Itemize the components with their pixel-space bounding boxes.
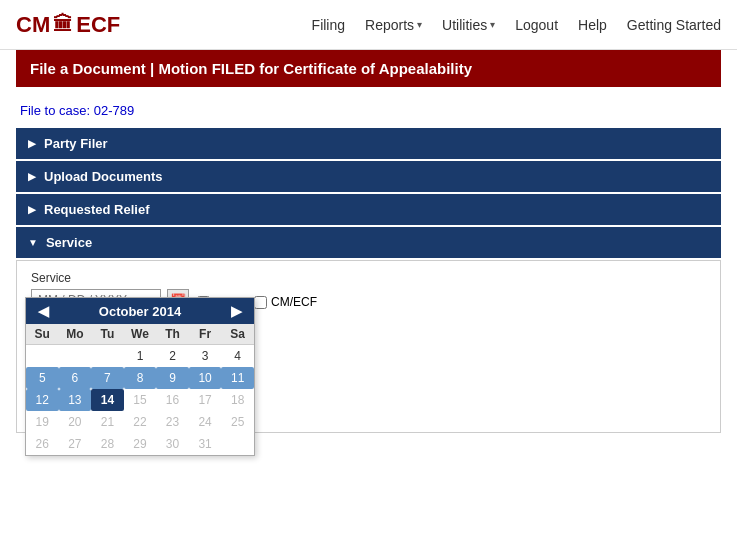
calendar-day[interactable]: 4 (221, 345, 254, 368)
weekday-mo: Mo (59, 324, 92, 345)
requested-relief-header[interactable]: ▶ Requested Relief (16, 194, 721, 225)
service-body: Service 📅 Email CM/ECF (16, 260, 721, 433)
case-label: File to case: (20, 103, 90, 118)
cmecf-checkbox[interactable] (254, 296, 267, 309)
case-number: 02-789 (94, 103, 134, 118)
calendar-day: 28 (91, 433, 124, 455)
calendar-grid: Su Mo Tu We Th Fr Sa 1234567891011121314… (26, 324, 254, 455)
calendar-day: 21 (91, 411, 124, 433)
calendar-day: 22 (124, 411, 157, 433)
utilities-chevron-icon: ▾ (490, 19, 495, 30)
cmecf-option: CM/ECF (254, 295, 317, 309)
weekday-we: We (124, 324, 157, 345)
calendar-week-row: 1234 (26, 345, 254, 368)
logo-cm-text: CM (16, 12, 50, 38)
calendar-weekday-row: Su Mo Tu We Th Fr Sa (26, 324, 254, 345)
calendar-header: ◀ October 2014 ▶ (26, 298, 254, 324)
nav-reports-dropdown[interactable]: Reports ▾ (365, 17, 422, 33)
party-filer-label: Party Filer (44, 136, 108, 151)
calendar-day[interactable]: 14 (91, 389, 124, 411)
calendar-day (59, 345, 92, 368)
calendar-day[interactable]: 11 (221, 367, 254, 389)
calendar-day (26, 345, 59, 368)
weekday-fr: Fr (189, 324, 222, 345)
service-label: Service (46, 235, 92, 250)
calendar-next-button[interactable]: ▶ (227, 303, 246, 319)
nav-logout[interactable]: Logout (515, 17, 558, 33)
calendar-day[interactable]: 3 (189, 345, 222, 368)
nav-help[interactable]: Help (578, 17, 607, 33)
calendar-day: 16 (156, 389, 189, 411)
party-filer-arrow-icon: ▶ (28, 138, 36, 149)
calendar-month-year: October 2014 (99, 304, 181, 319)
calendar-week-row: 12131415161718 (26, 389, 254, 411)
calendar-day: 30 (156, 433, 189, 455)
service-arrow-icon: ▼ (28, 237, 38, 248)
calendar-day[interactable]: 1 (124, 345, 157, 368)
upload-documents-section: ▶ Upload Documents (16, 161, 721, 192)
calendar-day[interactable]: 6 (59, 367, 92, 389)
party-filer-header[interactable]: ▶ Party Filer (16, 128, 721, 159)
requested-relief-section: ▶ Requested Relief (16, 194, 721, 225)
calendar-day: 23 (156, 411, 189, 433)
calendar-day: 18 (221, 389, 254, 411)
calendar-day: 24 (189, 411, 222, 433)
main-content: File a Document | Motion FILED for Certi… (0, 50, 737, 451)
weekday-sa: Sa (221, 324, 254, 345)
nav-utilities-dropdown[interactable]: Utilities ▾ (442, 17, 495, 33)
calendar-day: 26 (26, 433, 59, 455)
calendar-week-row: 262728293031 (26, 433, 254, 455)
weekday-th: Th (156, 324, 189, 345)
calendar-day: 15 (124, 389, 157, 411)
logo-ecf-text: ECF (76, 12, 120, 38)
calendar-day[interactable]: 13 (59, 389, 92, 411)
service-header[interactable]: ▼ Service (16, 227, 721, 258)
calendar-day (91, 345, 124, 368)
service-field-label: Service (31, 271, 706, 285)
calendar-popup: ◀ October 2014 ▶ Su Mo Tu We Th Fr Sa (25, 297, 255, 456)
calendar-day: 31 (189, 433, 222, 455)
calendar-day[interactable]: 5 (26, 367, 59, 389)
calendar-prev-button[interactable]: ◀ (34, 303, 53, 319)
party-filer-section: ▶ Party Filer (16, 128, 721, 159)
weekday-tu: Tu (91, 324, 124, 345)
calendar-day (221, 433, 254, 455)
upload-documents-arrow-icon: ▶ (28, 171, 36, 182)
calendar-day[interactable]: 7 (91, 367, 124, 389)
calendar-day[interactable]: 9 (156, 367, 189, 389)
weekday-su: Su (26, 324, 59, 345)
calendar-day: 25 (221, 411, 254, 433)
calendar-day: 27 (59, 433, 92, 455)
nav-reports-label: Reports (365, 17, 414, 33)
reports-chevron-icon: ▾ (417, 19, 422, 30)
calendar-day[interactable]: 10 (189, 367, 222, 389)
logo-icon: 🏛 (53, 13, 73, 36)
requested-relief-label: Requested Relief (44, 202, 149, 217)
header: CM 🏛 ECF Filing Reports ▾ Utilities ▾ Lo… (0, 0, 737, 50)
case-info: File to case: 02-789 (16, 97, 721, 128)
upload-documents-header[interactable]: ▶ Upload Documents (16, 161, 721, 192)
nav-getting-started[interactable]: Getting Started (627, 17, 721, 33)
cmecf-label: CM/ECF (271, 295, 317, 309)
logo: CM 🏛 ECF (16, 12, 120, 38)
nav-filing[interactable]: Filing (312, 17, 345, 33)
calendar-day[interactable]: 12 (26, 389, 59, 411)
calendar-day: 29 (124, 433, 157, 455)
nav-utilities-label: Utilities (442, 17, 487, 33)
calendar-week-row: 19202122232425 (26, 411, 254, 433)
page-title: File a Document | Motion FILED for Certi… (16, 50, 721, 87)
calendar-day: 20 (59, 411, 92, 433)
calendar-day[interactable]: 8 (124, 367, 157, 389)
main-nav: Filing Reports ▾ Utilities ▾ Logout Help… (312, 17, 721, 33)
calendar-day[interactable]: 2 (156, 345, 189, 368)
calendar-day: 17 (189, 389, 222, 411)
requested-relief-arrow-icon: ▶ (28, 204, 36, 215)
calendar-week-row: 567891011 (26, 367, 254, 389)
upload-documents-label: Upload Documents (44, 169, 162, 184)
calendar-day: 19 (26, 411, 59, 433)
service-section: ▼ Service Service 📅 Email CM/ECF (16, 227, 721, 433)
